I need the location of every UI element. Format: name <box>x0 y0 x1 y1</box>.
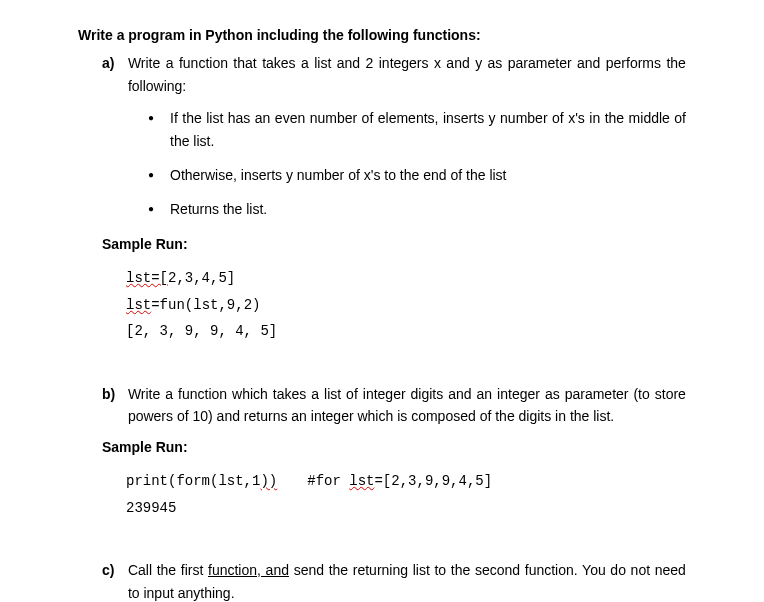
part-b: b) Write a function which takes a list o… <box>102 383 686 428</box>
code-line: lst=[2,3,4,5] <box>126 265 686 292</box>
underline-text: function, and <box>208 562 289 578</box>
bullet-text: If the list has an even number of elemen… <box>170 107 686 152</box>
code-text: print(form(lst,1 <box>126 473 260 489</box>
code-text: 2,3,4,5] <box>168 270 235 286</box>
part-a-label: a) <box>102 52 124 74</box>
bullet-dot-icon: ● <box>148 164 170 186</box>
part-a-text: Write a function that takes a list and 2… <box>128 52 686 97</box>
code-line: 239945 <box>126 495 686 522</box>
code-line: lst=fun(lst,9,2) <box>126 292 686 319</box>
part-b-text: Write a function which takes a list of i… <box>128 383 686 428</box>
squiggle-text: lst <box>349 473 374 489</box>
code-line: [2, 3, 9, 9, 4, 5] <box>126 318 686 345</box>
bullet-dot-icon: ● <box>148 107 170 152</box>
code-line: print(form(lst,1))#for lst=[2,3,9,9,4,5] <box>126 468 686 495</box>
bullet-item: ● Returns the list. <box>148 198 686 220</box>
sample-run-label-a: Sample Run: <box>102 233 686 255</box>
code-comment: #for <box>307 473 349 489</box>
part-a: a) Write a function that takes a list an… <box>102 52 686 97</box>
code-comment: =[2,3,9,9,4,5] <box>374 473 492 489</box>
bullet-dot-icon: ● <box>148 198 170 220</box>
squiggle-text: )) <box>260 473 277 489</box>
squiggle-text: lst=[ <box>126 270 168 286</box>
code-block-a: lst=[2,3,4,5] lst=fun(lst,9,2) [2, 3, 9,… <box>126 265 686 345</box>
part-c: c) Call the first function, and send the… <box>102 559 686 602</box>
document-title: Write a program in Python including the … <box>78 24 686 46</box>
part-c-text: Call the first function, and send the re… <box>128 559 686 602</box>
bullet-text: Otherwise, inserts y number of x's to th… <box>170 164 686 186</box>
code-text: =fun(lst,9,2) <box>151 297 260 313</box>
squiggle-text: lst <box>126 297 151 313</box>
part-a-bullets: ● If the list has an even number of elem… <box>148 107 686 221</box>
bullet-item: ● Otherwise, inserts y number of x's to … <box>148 164 686 186</box>
code-block-b: print(form(lst,1))#for lst=[2,3,9,9,4,5]… <box>126 468 686 521</box>
text-pre: Call the first <box>128 562 208 578</box>
sample-run-label-b: Sample Run: <box>102 436 686 458</box>
bullet-text: Returns the list. <box>170 198 686 220</box>
bullet-item: ● If the list has an even number of elem… <box>148 107 686 152</box>
part-b-label: b) <box>102 383 124 405</box>
part-c-label: c) <box>102 559 124 581</box>
